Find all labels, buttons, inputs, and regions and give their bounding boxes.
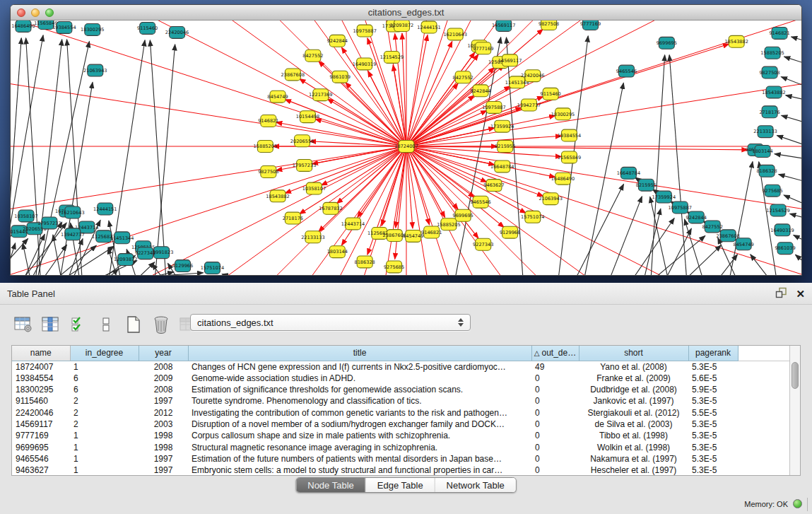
cell-short[interactable]: Wolkin et al. (1998) [579,442,688,453]
column-header-title[interactable]: title [188,346,531,361]
cell-pagerank[interactable]: 5.5E-5 [688,407,738,419]
cell-pagerank[interactable]: 5.3E-5 [688,361,738,373]
close-panel-icon[interactable]: ✕ [796,288,805,300]
memory-status-dot[interactable] [793,499,802,508]
cell-short[interactable]: Franke et al. (2009) [579,373,688,384]
cell-name[interactable]: 18724007 [12,361,70,373]
citation-network-graph[interactable]: 1015449820206556179572331035810716787832… [11,21,801,275]
cell-year[interactable]: 2008 [139,384,188,395]
cell-name[interactable]: 22420046 [12,407,70,419]
cell-pagerank[interactable]: 5.3E-5 [688,419,738,430]
scrollbar-thumb[interactable] [792,362,799,389]
node-table-grid[interactable]: namein_degreeyeartitle△out_de…shortpager… [12,346,791,476]
cell-in_degree[interactable]: 1 [70,465,139,476]
cell-name[interactable]: 9465546 [12,453,70,465]
vertical-scrollbar[interactable] [789,346,800,475]
table-selector-dropdown[interactable]: citations_edges.txt [190,314,471,331]
cell-out_de[interactable]: 0 [531,373,579,384]
column-header-in_degree[interactable]: in_degree [70,346,139,361]
cell-year[interactable]: 1997 [139,465,188,476]
delete-columns-icon[interactable] [151,315,172,334]
tab-edge-table[interactable]: Edge Table [366,478,435,492]
table-row[interactable]: 977716911998Corpus callosum shape and si… [12,430,791,441]
cell-name[interactable]: 9699695 [12,442,70,453]
table-row[interactable]: 2242004622012Investigating the contribut… [12,407,791,419]
create-new-column-icon[interactable] [123,315,144,334]
cell-name[interactable]: 14569117 [12,419,70,430]
cell-title[interactable]: Embryonic stem cells: a model to study s… [188,465,531,476]
cell-short[interactable]: Dudbridge et al. (2008) [579,384,688,395]
cell-pagerank[interactable]: 5.3E-5 [688,395,738,407]
cell-in_degree[interactable]: 6 [70,373,139,384]
cell-title[interactable]: Investigating the contribution of common… [188,407,531,419]
table-row[interactable]: 946362711997Embryonic stem cells: a mode… [12,465,791,476]
tab-node-table[interactable]: Node Table [296,478,366,492]
cell-year[interactable]: 2009 [139,373,188,384]
table-row[interactable]: 1872400712008Changes of HCN gene express… [12,361,791,373]
cell-year[interactable]: 2003 [139,419,188,430]
table-row[interactable]: 1830029562008Estimation of significance … [12,384,791,395]
column-header-year[interactable]: year [139,346,188,361]
cell-year[interactable]: 1998 [139,430,188,441]
cell-in_degree[interactable]: 1 [70,430,139,441]
cell-name[interactable]: 19384554 [12,373,70,384]
cell-short[interactable]: de Silva et al. (2003) [579,419,688,430]
cell-pagerank[interactable]: 5.9E-5 [688,384,738,395]
table-row[interactable]: 946554611997Estimation of the future num… [12,453,791,465]
table-row[interactable]: 1456911722003Disruption of a novel membe… [12,419,791,430]
cell-out_de[interactable]: 0 [531,395,579,407]
cell-out_de[interactable]: 0 [531,384,579,395]
cell-name[interactable]: 9777169 [12,430,70,441]
table-row[interactable]: 1938455462009Genome-wide association stu… [12,373,791,384]
cell-in_degree[interactable]: 6 [70,384,139,395]
cell-title[interactable]: Estimation of the future numbers of pati… [188,453,531,465]
column-header-pagerank[interactable]: pagerank [688,346,738,361]
cell-short[interactable]: Hescheler et al. (1997) [579,465,688,476]
cell-out_de[interactable]: 0 [531,419,579,430]
cell-name[interactable]: 9463627 [12,465,70,476]
cell-year[interactable]: 1997 [139,395,188,407]
cell-pagerank[interactable]: 5.3E-5 [688,465,738,476]
cell-pagerank[interactable]: 5.3E-5 [688,442,738,453]
cell-name[interactable]: 9115460 [12,395,70,407]
cell-short[interactable]: Tibbo et al. (1998) [579,430,688,441]
cell-in_degree[interactable]: 2 [70,419,139,430]
cell-year[interactable]: 2012 [139,407,188,419]
cell-out_de[interactable]: 0 [531,442,579,453]
cell-title[interactable]: Estimation of significance thresholds fo… [188,384,531,395]
cell-short[interactable]: Nakamura et al. (1997) [579,453,688,465]
select-columns-icon[interactable] [40,315,61,334]
cell-title[interactable]: Structural magnetic resonance image aver… [188,442,531,453]
cell-name[interactable]: 18300295 [12,384,70,395]
network-canvas[interactable]: 1015449820206556179572331035810716787832… [11,21,801,275]
cell-out_de[interactable]: 0 [531,465,579,476]
show-selected-columns-icon[interactable] [68,315,89,334]
cell-out_de[interactable]: 0 [531,430,579,441]
cell-pagerank[interactable]: 5.3E-5 [688,430,738,441]
cell-in_degree[interactable]: 1 [70,453,139,465]
cell-in_degree[interactable]: 1 [70,442,139,453]
cell-out_de[interactable]: 49 [531,361,579,373]
resize-grip[interactable] [807,498,808,511]
cell-out_de[interactable]: 0 [531,407,579,419]
cell-in_degree[interactable]: 1 [70,361,139,373]
cell-in_degree[interactable]: 2 [70,395,139,407]
table-mode-settings-icon[interactable] [13,315,34,334]
cell-short[interactable]: Stergiakouli et al. (2012) [579,407,688,419]
column-header-name[interactable]: name [12,346,70,361]
tab-network-table[interactable]: Network Table [435,478,516,492]
cell-title[interactable]: Changes of HCN gene expression and I(f) … [188,361,531,373]
cell-year[interactable]: 2008 [139,361,188,373]
table-row[interactable]: 969969511998Structural magnetic resonanc… [12,442,791,453]
cell-out_de[interactable]: 0 [531,453,579,465]
cell-title[interactable]: Tourette syndrome. Phenomenology and cla… [188,395,531,407]
cell-year[interactable]: 1997 [139,453,188,465]
cell-pagerank[interactable]: 5.6E-5 [688,373,738,384]
cell-in_degree[interactable]: 2 [70,407,139,419]
hide-columns-icon[interactable] [95,315,117,334]
table-row[interactable]: 911546021997Tourette syndrome. Phenomeno… [12,395,791,407]
column-header-short[interactable]: short [579,346,688,361]
cell-short[interactable]: Yano et al. (2008) [579,361,688,373]
cell-title[interactable]: Genome-wide association studies in ADHD. [188,373,531,384]
cell-year[interactable]: 1998 [139,442,188,453]
